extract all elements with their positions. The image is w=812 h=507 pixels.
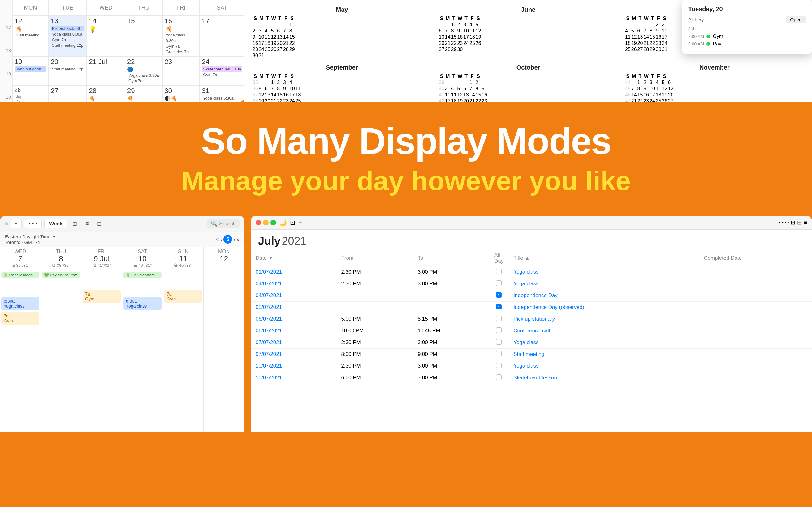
week-tab-grid[interactable]: ⊞ (70, 219, 80, 229)
layout-button[interactable]: ⊡ (290, 219, 295, 226)
week-col-sun: 7a Gym (163, 270, 204, 432)
cal-day-19[interactable]: 19 John out of off... (12, 56, 49, 85)
dot-view-btn[interactable]: • (778, 219, 780, 226)
week-col-mon (204, 270, 245, 432)
mini-cal-sep: September SMTWTFS 351234 36567891011 371… (252, 64, 432, 102)
cal-day-28[interactable]: 28 🍕 Yoga class 6:30a Gym 7a Staff meeti… (87, 85, 125, 102)
week-toolbar: • • • • Week ⊞ ≡ ⊡ 🔍 Search (0, 216, 245, 232)
week-col-sat: 🔋 Call cleaners 6:30a Yoga class (122, 270, 163, 432)
week-tab-list[interactable]: ≡ (82, 219, 92, 229)
cal-day-29[interactable]: 29 🍕 Family vacation (125, 85, 162, 102)
next-month-button[interactable]: » (237, 236, 240, 243)
today-badge[interactable]: 6 (223, 235, 232, 243)
cal-day-17[interactable]: 17 (200, 15, 245, 56)
week-body: 🔋 Renew maga... 6:30a Yoga class 7a Gym … (0, 270, 245, 432)
close-button[interactable] (256, 220, 261, 225)
cal-day-23[interactable]: 23 (162, 56, 200, 85)
week-event-gym-sun[interactable]: 7a Gym (164, 290, 202, 303)
add-button[interactable]: + (298, 219, 302, 226)
maximize-button[interactable] (270, 220, 276, 225)
week-event-yoga-sat[interactable]: 6:30a Yoga class (123, 297, 161, 311)
cal-day-16[interactable]: 16 🍕 Yoga class 6:30a Gym 7a Groceries 7… (162, 15, 200, 56)
table-row[interactable]: 10/07/2021 2:30 PM 3:00 PM Yoga class (251, 360, 812, 372)
week-day-wed: WED 7 🌤 39°/31° (0, 247, 41, 270)
week-nav-timezone: Eastern Daylight Time ▾ Toronto · GMT -4 (5, 234, 55, 245)
week-day-fri: FRI 9 Jul 🌤 41°/31° (82, 247, 122, 270)
cal-day-30[interactable]: 30 🌓🍕 Gym 7a (162, 85, 200, 102)
cal-day-21[interactable]: 21 Jul (87, 56, 125, 85)
table-row[interactable]: 05/07/2021 Independence Day (observed) (251, 301, 812, 313)
table-row[interactable]: 07/07/2021 2:30 PM 3:00 PM Yoga class (251, 337, 812, 348)
moon-button[interactable]: 🌙 (279, 219, 287, 226)
day-detail-popup: Tuesday, 20 All Day Open Joh... 7:00 AM … (682, 0, 812, 54)
week-event-cleaners[interactable]: 🔋 Call cleaners (123, 272, 161, 278)
list-toolbar: 🌙 ⊡ + • • • • ⊞ ⊟ ≡ (251, 216, 812, 230)
cal-day-20[interactable]: 20 Staff meeting 12p (49, 56, 87, 85)
prev-week-button[interactable]: ‹ (220, 236, 222, 243)
table-row[interactable]: 07/07/2021 8:00 PM 9:00 PM Staff meeting (251, 348, 812, 360)
table-row[interactable]: 06/07/2021 10:00 PM 10:45 PM Conference … (251, 325, 812, 337)
week-event-renew[interactable]: 🔋 Renew maga... (1, 272, 39, 278)
popup-title: Tuesday, 20 (688, 6, 806, 13)
week-days-header: WED 7 🌤 39°/31° THU 8 🌤 38°/30° FRI 9 Ju… (0, 247, 245, 270)
headline-text: So Many Display Modes (37, 121, 775, 161)
week-nav-controls[interactable]: « ‹ 6 › » (216, 235, 240, 243)
week-tab-split[interactable]: ⊡ (94, 219, 104, 229)
cal-day-24[interactable]: 24 Skateboard les... 10a Gym 7a (200, 56, 245, 85)
cal-day-31[interactable]: 31 Yoga class 6:30a (200, 85, 245, 102)
cal-header-sat: SAT (200, 0, 245, 15)
week-event-gym-fri[interactable]: 7a Gym (83, 290, 121, 303)
week-event-council[interactable]: 💚 Pay council tax (42, 272, 80, 278)
mini-cal-may-title: May (252, 6, 432, 13)
search-placeholder: Search (219, 221, 236, 227)
bottom-section: • • • • Week ⊞ ≡ ⊡ 🔍 Search Eastern Dayl… (0, 216, 812, 432)
cal-day-13[interactable]: 13 Project kick off Yoga class 6:30a Gym… (49, 15, 87, 56)
col-date[interactable]: Date ▼ (251, 250, 336, 267)
col-allday[interactable]: All Day (489, 250, 508, 267)
popup-event-2: 8:00 AM Pay ... (688, 41, 806, 47)
events-table: Date ▼ From To All Day Title ▲ Completed… (251, 250, 812, 384)
table-row[interactable]: 04/07/2021 Independence Day (251, 290, 812, 301)
month-calendar: 17 18 19 20 MON TUE WED THU FRI SAT 12 🍕… (0, 0, 245, 102)
week-col-fri: 7a Gym (82, 270, 122, 432)
cal-day-22[interactable]: 22 🔵 Yoga class 6:30a Gym 7a (125, 56, 162, 85)
col-completed[interactable]: Completed Date (699, 250, 812, 267)
week-tab-dots[interactable]: • • • (24, 219, 42, 228)
event-dot-green-2 (707, 42, 710, 46)
minimize-button[interactable] (263, 220, 269, 225)
week-nav-row: Eastern Daylight Time ▾ Toronto · GMT -4… (0, 232, 245, 247)
cal-day-15[interactable]: 15 (125, 15, 162, 56)
next-week-button[interactable]: › (233, 236, 235, 243)
table-row[interactable]: 10/07/2021 6:00 PM 7:00 PM Skateboard le… (251, 372, 812, 384)
cal-day-26[interactable]: 26 day 7a (12, 85, 49, 102)
week-day-sun: SUN 11 🌥 40°/33° (163, 247, 204, 270)
cal-day-14[interactable]: 14 💡 (87, 15, 125, 56)
week-event-yoga-wed[interactable]: 6:30a Yoga class (1, 297, 39, 311)
table-row[interactable]: 04/07/2021 2:30 PM 3:00 PM Yoga class (251, 278, 812, 290)
prev-month-button[interactable]: « (216, 236, 219, 243)
table-row[interactable]: 01/07/2021 2:30 PM 3:00 PM Yoga class (251, 266, 812, 278)
list-year: 2021 (282, 235, 307, 247)
week-search-box[interactable]: 🔍 Search (207, 219, 240, 228)
cal-grid-btn[interactable]: ⊟ (797, 219, 802, 226)
grid-view-btn[interactable]: ⊞ (791, 219, 795, 226)
cal-header-thu: THU (125, 0, 162, 15)
week-tab-week[interactable]: Week (44, 219, 67, 228)
cal-day-12[interactable]: 12 🍕 Staff meeting (12, 15, 49, 56)
cal-header-fri: FRI (162, 0, 200, 15)
col-to[interactable]: To (413, 250, 489, 267)
week-tab-dot[interactable]: • (10, 219, 22, 228)
week-day-sat: SAT 10 🌥 40°/31° (122, 247, 163, 270)
popup-open-button[interactable]: Open (786, 16, 806, 23)
list-view-btn[interactable]: ≡ (804, 219, 807, 226)
list-view-panel: 🌙 ⊡ + • • • • ⊞ ⊟ ≡ July 2021 Date ▼ Fro… (251, 216, 812, 432)
middle-section: So Many Display Modes Manage your day ho… (0, 102, 812, 216)
week-event-gym-wed[interactable]: 7a Gym (1, 312, 39, 325)
traffic-lights (256, 220, 276, 225)
col-from[interactable]: From (336, 250, 412, 267)
cal-day-27[interactable]: 27 (49, 85, 87, 102)
dots-view-btn[interactable]: • • • (782, 219, 789, 226)
col-title[interactable]: Title ▲ (508, 250, 699, 267)
mini-cal-nov: November SMTWTFS 44123456 4578910111213 … (624, 64, 805, 102)
table-row[interactable]: 06/07/2021 5:00 PM 5:15 PM Pick up stati… (251, 313, 812, 325)
